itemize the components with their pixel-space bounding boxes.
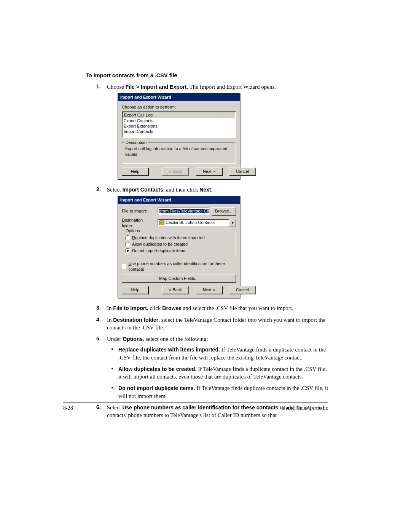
- caller-id-checkbox[interactable]: Use phone numbers as caller identificati…: [122, 261, 236, 272]
- action-listbox[interactable]: Export Call Log Export Contacts Export E…: [122, 111, 236, 138]
- options-group: Options Replace duplicates with items im…: [122, 231, 236, 257]
- destination-folder-combo[interactable]: Cecilia St. John \ Contacts ▼: [158, 219, 236, 227]
- options-bullet-list: Replace duplicates with items imported. …: [112, 346, 329, 400]
- step-number: 2.: [96, 186, 101, 193]
- step-2: 2. Select Import Contacts, and then clic…: [96, 186, 329, 299]
- next-button[interactable]: Next >: [196, 286, 222, 294]
- chevron-down-icon[interactable]: ▼: [229, 219, 236, 227]
- step-text: Select Import Contacts, and then click N…: [107, 187, 212, 193]
- step-text: In Destination folder, select the TeleVa…: [107, 317, 325, 331]
- step-text: In File to Import, click Browse and sele…: [107, 305, 293, 311]
- list-item: Do not import duplicate items. If TeleVa…: [112, 384, 329, 400]
- list-item[interactable]: Export Contacts: [123, 118, 235, 123]
- page: To import contacts from a .CSV file 1. C…: [0, 0, 411, 453]
- browse-button[interactable]: Browse...: [212, 207, 236, 215]
- dialog-title: Import and Export Wizard: [118, 196, 240, 204]
- help-button[interactable]: Help: [122, 168, 148, 176]
- page-number: 8-28: [63, 405, 73, 411]
- folder-icon: [159, 220, 164, 225]
- step-text: Under Options, select one of the followi…: [107, 336, 208, 342]
- dialog-title: Import and Export Wizard: [118, 93, 240, 101]
- step-number: 3.: [96, 304, 101, 312]
- option-skip[interactable]: Do not import duplicate items: [125, 248, 233, 254]
- help-button[interactable]: Help: [122, 286, 148, 294]
- step-list: 1. Choose File > Import and Export. The …: [96, 83, 329, 419]
- list-item: Allow duplicates to be created. If TeleV…: [112, 365, 329, 381]
- list-item[interactable]: Import Contacts: [123, 129, 235, 134]
- list-item[interactable]: Export Call Log: [123, 112, 235, 118]
- group-legend: Description: [124, 140, 148, 145]
- step-1: 1. Choose File > Import and Export. The …: [96, 83, 329, 180]
- description-text: Export call log information to a file of…: [125, 146, 233, 161]
- list-item: Replace duplicates with items imported. …: [112, 346, 329, 361]
- step-3: 3. In File to Import, click Browse and s…: [96, 304, 329, 312]
- wizard-dialog-1: Import and Export Wizard Choose an actio…: [118, 93, 240, 180]
- back-button: < Back: [162, 168, 189, 176]
- next-button[interactable]: Next >: [196, 168, 222, 176]
- map-fields-button[interactable]: Map Custom Fields...: [122, 275, 236, 283]
- option-allow[interactable]: Allow duplicates to be created: [125, 241, 233, 247]
- description-group: Description Export call log information …: [122, 142, 236, 164]
- section-heading: To import contacts from a .CSV file: [86, 72, 329, 78]
- group-legend: Options: [124, 228, 141, 234]
- wizard-dialog-2: Import and Export Wizard File to import:…: [118, 196, 240, 298]
- page-footer: 8-28 Using TeleVantage: [63, 403, 328, 411]
- checkbox-icon: [122, 264, 126, 269]
- file-to-import-input[interactable]: gram Files\TeleVantage Client\Contacts.c…: [158, 208, 209, 215]
- step-4: 4. In Destination folder, select the Tel…: [96, 316, 329, 332]
- step-number: 5.: [96, 335, 101, 342]
- file-to-import-label: File to import:: [122, 208, 155, 214]
- step-number: 4.: [96, 316, 101, 323]
- back-button[interactable]: < Back: [162, 286, 189, 294]
- list-item[interactable]: Export Extensions: [123, 123, 235, 129]
- step-number: 1.: [96, 83, 101, 90]
- cancel-button[interactable]: Cancel: [229, 168, 256, 176]
- step-text: Choose File > Import and Export. The Imp…: [107, 84, 276, 90]
- option-replace[interactable]: Replace duplicates with items imported: [125, 235, 233, 241]
- destination-folder-label: Destination folder:: [122, 217, 155, 229]
- choose-action-label: Choose an action to perform:: [122, 104, 236, 110]
- step-5: 5. Under Options, select one of the foll…: [96, 335, 329, 400]
- cancel-button[interactable]: Cancel: [229, 286, 256, 294]
- footer-title: Using TeleVantage: [73, 405, 328, 411]
